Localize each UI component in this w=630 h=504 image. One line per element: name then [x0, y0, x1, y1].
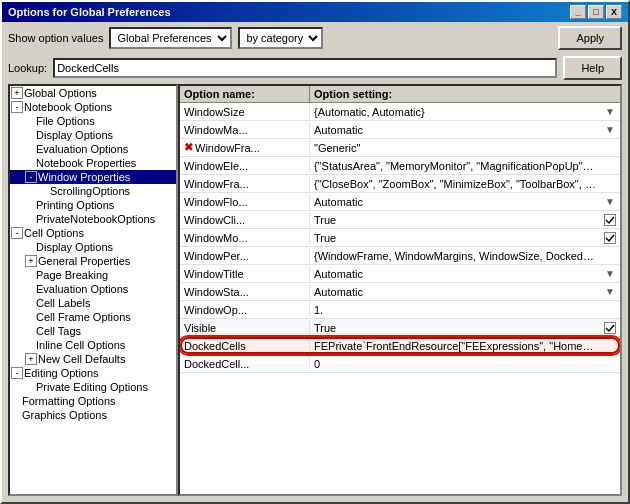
dropdown-icon: ▼: [605, 106, 615, 117]
tree-item-cell-tags[interactable]: Cell Tags: [10, 324, 176, 338]
cell-check: [600, 214, 620, 226]
table-row[interactable]: WindowMa... Automatic ▼: [180, 121, 620, 139]
cell-setting: "Generic": [310, 141, 600, 155]
tree-item-display-cell[interactable]: Display Options: [10, 240, 176, 254]
close-button[interactable]: X: [606, 5, 622, 19]
tree-label-eval-cell: Evaluation Options: [36, 283, 128, 295]
minimize-button[interactable]: _: [570, 5, 586, 19]
help-button[interactable]: Help: [563, 56, 622, 80]
cell-setting: True: [310, 231, 600, 245]
tree-item-display-nb[interactable]: Display Options: [10, 128, 176, 142]
tree-label-printing: Printing Options: [36, 199, 114, 211]
tree-item-cell-labels[interactable]: Cell Labels: [10, 296, 176, 310]
toolbar-right: Apply: [558, 26, 622, 50]
tree-label-inline: Inline Cell Options: [36, 339, 125, 351]
table-row-highlighted[interactable]: DockedCells FEPrivate`FrontEndResource["…: [180, 337, 620, 355]
tree-label-pagebreak: Page Breaking: [36, 269, 108, 281]
tree-item-new-cell[interactable]: + New Cell Defaults: [10, 352, 176, 366]
cell-setting: {WindowFrame, WindowMargins, WindowSize,…: [310, 249, 600, 263]
tree-item-editing[interactable]: - Editing Options: [10, 366, 176, 380]
lookup-row: Lookup: Help: [2, 54, 628, 84]
cell-setting: {"CloseBox", "ZoomBox", "MinimizeBox", "…: [310, 177, 600, 191]
cell-setting: True: [310, 321, 600, 335]
tree-label-eval-nb: Evaluation Options: [36, 143, 128, 155]
maximize-button[interactable]: □: [588, 5, 604, 19]
cell-check: ▼: [600, 286, 620, 297]
tree-label-new-cell: New Cell Defaults: [38, 353, 125, 365]
tree-item-notebook[interactable]: - Notebook Options: [10, 100, 176, 114]
tree-toggle-notebook[interactable]: -: [11, 101, 23, 113]
tree-item-nb-props[interactable]: Notebook Properties: [10, 156, 176, 170]
category-select[interactable]: by category: [238, 27, 323, 49]
tree-label-cell-labels: Cell Labels: [36, 297, 90, 309]
tree-item-cell-frame[interactable]: Cell Frame Options: [10, 310, 176, 324]
tree-item-formatting[interactable]: Formatting Options: [10, 394, 176, 408]
cell-name: WindowMa...: [180, 123, 310, 137]
tree-item-pagebreak[interactable]: Page Breaking: [10, 268, 176, 282]
table-row[interactable]: WindowFra... {"CloseBox", "ZoomBox", "Mi…: [180, 175, 620, 193]
table-row[interactable]: DockedCell... 0: [180, 355, 620, 373]
cell-name: WindowSta...: [180, 285, 310, 299]
table-row-visible[interactable]: Visible True: [180, 319, 620, 337]
tree-toggle-global[interactable]: +: [11, 87, 23, 99]
table-row[interactable]: WindowCli... True: [180, 211, 620, 229]
apply-button[interactable]: Apply: [558, 26, 622, 50]
table-row[interactable]: WindowPer... {WindowFrame, WindowMargins…: [180, 247, 620, 265]
cell-name: DockedCell...: [180, 357, 310, 371]
dropdown-icon: ▼: [605, 124, 615, 135]
cell-check: ▼: [600, 268, 620, 279]
cell-setting: 0: [310, 357, 600, 371]
table-row[interactable]: WindowOp... 1.: [180, 301, 620, 319]
tree-label-nb-props: Notebook Properties: [36, 157, 136, 169]
tree-item-window[interactable]: - Window Properties: [10, 170, 176, 184]
cell-name: WindowMo...: [180, 231, 310, 245]
tree-item-eval-cell[interactable]: Evaluation Options: [10, 282, 176, 296]
lookup-label: Lookup:: [8, 62, 47, 74]
window-title: Options for Global Preferences: [8, 6, 171, 18]
tree-item-general[interactable]: + General Properties: [10, 254, 176, 268]
tree-item-private-editing[interactable]: Private Editing Options: [10, 380, 176, 394]
lookup-input[interactable]: [53, 58, 557, 78]
tree-item-file[interactable]: File Options: [10, 114, 176, 128]
tree-label-formatting: Formatting Options: [22, 395, 116, 407]
cell-name: WindowPer...: [180, 249, 310, 263]
toolbar: Show option values Global Preferences by…: [2, 22, 628, 54]
main-area: + Global Options - Notebook Options File…: [2, 84, 628, 502]
checkbox-icon: [604, 214, 616, 226]
table-row[interactable]: ✖ WindowFra... "Generic": [180, 139, 620, 157]
tree-toggle-cell[interactable]: -: [11, 227, 23, 239]
dropdown-icon: ▼: [605, 196, 615, 207]
tree-label-cell-frame: Cell Frame Options: [36, 311, 131, 323]
tree-item-printing[interactable]: Printing Options: [10, 198, 176, 212]
table-row[interactable]: WindowMo... True: [180, 229, 620, 247]
dropdown-icon: ▼: [605, 286, 615, 297]
tree-item-private-nb[interactable]: PrivateNotebookOptions: [10, 212, 176, 226]
table-row[interactable]: WindowFlo... Automatic ▼: [180, 193, 620, 211]
table-row[interactable]: WindowSta... Automatic ▼: [180, 283, 620, 301]
checkbox-icon: [604, 322, 616, 334]
tree-label-scrolling: ScrollingOptions: [50, 185, 130, 197]
cell-name: WindowFra...: [180, 177, 310, 191]
global-preferences-select[interactable]: Global Preferences: [109, 27, 232, 49]
tree-label-window: Window Properties: [38, 171, 130, 183]
tree-toggle-general[interactable]: +: [25, 255, 37, 267]
cell-setting: Automatic: [310, 123, 600, 137]
tree-label-display-cell: Display Options: [36, 241, 113, 253]
tree-item-global[interactable]: + Global Options: [10, 86, 176, 100]
table-row[interactable]: WindowSize {Automatic, Automatic} ▼: [180, 103, 620, 121]
cell-check: ▼: [600, 106, 620, 117]
tree-item-graphics[interactable]: Graphics Options: [10, 408, 176, 422]
tree-toggle-window[interactable]: -: [25, 171, 37, 183]
tree-toggle-new-cell[interactable]: +: [25, 353, 37, 365]
tree-item-cell[interactable]: - Cell Options: [10, 226, 176, 240]
cell-name: WindowFlo...: [180, 195, 310, 209]
tree-item-inline[interactable]: Inline Cell Options: [10, 338, 176, 352]
table-row[interactable]: WindowTitle Automatic ▼: [180, 265, 620, 283]
cell-setting: Automatic: [310, 267, 600, 281]
tree-item-scrolling[interactable]: ScrollingOptions: [10, 184, 176, 198]
table-row[interactable]: WindowEle... {"StatusArea", "MemoryMonit…: [180, 157, 620, 175]
cell-setting-docked: FEPrivate`FrontEndResource["FEExpression…: [310, 339, 600, 353]
tree-item-eval-nb[interactable]: Evaluation Options: [10, 142, 176, 156]
show-label: Show option values: [8, 32, 103, 44]
tree-toggle-editing[interactable]: -: [11, 367, 23, 379]
